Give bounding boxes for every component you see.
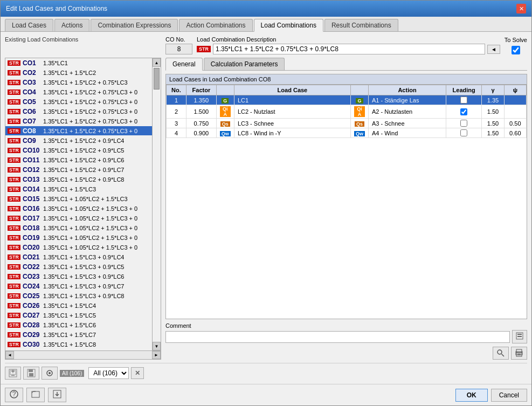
list-item[interactable]: STR CO5 1.35*LC1 + 1.5*LC2 + 0.75*LC3 + …: [5, 97, 152, 107]
list-item[interactable]: STR CO20 1.35*LC1 + 1.05*LC2 + 1.5*LC3 +…: [5, 243, 152, 252]
to-solve-checkbox[interactable]: [512, 46, 520, 54]
svg-point-3: [498, 350, 502, 354]
item-name: CO7: [23, 118, 40, 125]
cell-psi: 0.50: [504, 119, 526, 128]
list-item[interactable]: STR CO9 1.35*LC1 + 1.5*LC2 + 0.9*LC4: [5, 136, 152, 146]
list-item[interactable]: STR CO11 1.35*LC1 + 1.5*LC2 + 0.9*LC6: [5, 155, 152, 165]
co-no-input[interactable]: [165, 44, 192, 54]
browse-icon: [516, 332, 523, 340]
close-button[interactable]: ✕: [516, 4, 526, 13]
leading-checkbox[interactable]: [460, 108, 467, 115]
tab-actions[interactable]: Actions: [54, 19, 89, 31]
cell-lc-badge: Qi A: [216, 105, 234, 119]
table-row[interactable]: 4 0.900 Qw LC8 - Wind in -Y Qw A4 - Wind…: [167, 128, 527, 138]
list-item[interactable]: STR CO7 1.35*LC1 + 1.5*LC2 + 0.75*LC3 + …: [5, 116, 152, 126]
scroll-right-button[interactable]: ►: [152, 351, 161, 359]
item-name: CO23: [23, 273, 40, 280]
scroll-up-button[interactable]: ▲: [153, 58, 161, 67]
str-badge: STR: [8, 60, 20, 66]
leading-checkbox[interactable]: [460, 97, 467, 104]
list-item[interactable]: STR CO28 1.35*LC1 + 1.5*LC6: [5, 320, 152, 330]
cancel-button[interactable]: Cancel: [491, 389, 527, 402]
list-item[interactable]: STR CO24 1.35*LC1 + 1.5*LC3 + 0.9*LC7: [5, 281, 152, 291]
open-icon: [31, 390, 40, 398]
export-button[interactable]: [48, 388, 66, 402]
list-item[interactable]: STR CO12 1.35*LC1 + 1.5*LC2 + 0.9*LC7: [5, 165, 152, 175]
str-badge: STR: [8, 216, 20, 221]
open-button[interactable]: [26, 388, 45, 402]
tab-load-combinations[interactable]: Load Combinations: [254, 19, 323, 32]
cell-factor: 0.750: [186, 119, 216, 128]
list-item[interactable]: STR CO18 1.35*LC1 + 1.05*LC2 + 1.5*LC3 +…: [5, 223, 152, 233]
list-item[interactable]: STR CO14 1.35*LC1 + 1.5*LC3: [5, 184, 152, 194]
cell-lc: LC3 - Schnee: [234, 119, 350, 128]
scroll-thumb[interactable]: [154, 68, 160, 90]
ok-button[interactable]: OK: [455, 389, 488, 402]
list-item[interactable]: STR CO16 1.35*LC1 + 1.05*LC2 + 1.5*LC3 +…: [5, 204, 152, 214]
help-button[interactable]: ?: [5, 388, 23, 402]
table-row[interactable]: 1 1.350 G LC1 G A1 - Ständige Las 1.35: [167, 95, 527, 105]
add-button[interactable]: +: [5, 367, 21, 380]
list-item-selected[interactable]: STR CO8 1.35*LC1 + 1.5*LC2 + 0.75*LC3 + …: [5, 126, 152, 136]
list-item[interactable]: STR CO21 1.35*LC1 + 1.5*LC3 + 0.9*LC4: [5, 252, 152, 262]
search-button[interactable]: [493, 347, 509, 360]
lc-badge-g: G: [222, 98, 229, 104]
list-item[interactable]: STR CO19 1.35*LC1 + 1.05*LC2 + 1.5*LC3 +…: [5, 233, 152, 243]
item-desc: 1.35*LC1 + 1.05*LC2 + 1.5*LC3 + 0: [43, 235, 137, 241]
leading-checkbox[interactable]: [460, 120, 467, 127]
comment-input[interactable]: [165, 331, 510, 343]
horizontal-scrollbar[interactable]: ◄ ►: [5, 351, 161, 360]
save-button[interactable]: [23, 367, 39, 380]
list-item[interactable]: STR CO4 1.35*LC1 + 1.5*LC2 + 0.75*LC3 + …: [5, 87, 152, 97]
clear-button[interactable]: ✕: [131, 367, 144, 379]
tab-action-combinations[interactable]: Action Combinations: [179, 19, 252, 31]
item-name: CO15: [23, 195, 40, 203]
print-button[interactable]: [511, 347, 527, 360]
list-item[interactable]: STR CO6 1.35*LC1 + 1.5*LC2 + 0.75*LC3 + …: [5, 107, 152, 116]
tab-load-cases[interactable]: Load Cases: [5, 19, 53, 31]
table-row[interactable]: 3 0.750 Qs LC3 - Schnee Qs A3 - Schnee 1…: [167, 119, 527, 128]
list-item[interactable]: STR CO3 1.35*LC1 + 1.5*LC2 + 0.75*LC3: [5, 78, 152, 87]
cell-action: A4 - Wind: [369, 128, 446, 138]
co-table-title: Load Cases in Load Combination CO8: [166, 74, 527, 85]
tab-calculation-parameters[interactable]: Calculation Parameters: [204, 58, 285, 70]
filter-select[interactable]: All (106): [88, 367, 129, 379]
list-item[interactable]: STR CO22 1.35*LC1 + 1.5*LC3 + 0.9*LC5: [5, 262, 152, 272]
str-badge: STR: [8, 70, 20, 75]
desc-input[interactable]: [213, 44, 485, 54]
list-item[interactable]: STR CO15 1.35*LC1 + 1.05*LC2 + 1.5*LC3: [5, 194, 152, 204]
existing-combinations-list: STR CO1 1.35*LC1 STR CO2 1.35*LC1 + 1.5*…: [5, 58, 161, 351]
list-item[interactable]: STR CO30 1.35*LC1 + 1.5*LC8: [5, 340, 152, 349]
list-item[interactable]: STR CO10 1.35*LC1 + 1.5*LC2 + 0.9*LC5: [5, 146, 152, 155]
cell-leading: [446, 128, 482, 138]
scroll-left-button[interactable]: ◄: [5, 351, 14, 359]
list-item[interactable]: STR CO17 1.35*LC1 + 1.05*LC2 + 1.5*LC3 +…: [5, 214, 152, 223]
list-item[interactable]: STR CO27 1.35*LC1 + 1.5*LC5: [5, 311, 152, 320]
tab-general[interactable]: General: [165, 58, 203, 71]
item-name: CO5: [23, 98, 40, 106]
list-scroll-area[interactable]: STR CO1 1.35*LC1 STR CO2 1.35*LC1 + 1.5*…: [5, 58, 152, 350]
tab-combination-expressions[interactable]: Combination Expressions: [91, 19, 178, 31]
list-scrollbar[interactable]: ▲ ▼: [152, 58, 161, 350]
desc-arrow-button[interactable]: ◄: [487, 45, 500, 54]
list-item[interactable]: STR CO29 1.35*LC1 + 1.5*LC7: [5, 330, 152, 340]
str-badge: STR: [8, 342, 20, 347]
table-row[interactable]: 2 1.500 Qi A LC2 - Nutzlast Qi A A2 - Nu…: [167, 105, 527, 119]
svg-rect-1: [517, 334, 522, 335]
list-item[interactable]: STR CO23 1.35*LC1 + 1.5*LC3 + 0.9*LC6: [5, 272, 152, 281]
cell-gamma: 1.50: [482, 128, 504, 138]
list-item[interactable]: STR CO13 1.35*LC1 + 1.5*LC2 + 0.9*LC8: [5, 175, 152, 184]
leading-checkbox[interactable]: [460, 129, 467, 136]
list-item[interactable]: STR CO2 1.35*LC1 + 1.5*LC2: [5, 68, 152, 78]
comment-label: Comment: [165, 322, 527, 329]
cell-no: 3: [167, 119, 186, 128]
list-item[interactable]: STR CO1 1.35*LC1: [5, 58, 152, 68]
settings-button[interactable]: [42, 367, 58, 380]
table-wrapper: No. Factor Load Case Action Leading γ ψ: [166, 85, 527, 319]
list-item[interactable]: STR CO26 1.35*LC1 + 1.5*LC4: [5, 301, 152, 311]
list-item[interactable]: STR CO25 1.35*LC1 + 1.5*LC3 + 0.9*LC8: [5, 291, 152, 301]
comment-browse-button[interactable]: [512, 330, 527, 343]
scroll-down-button[interactable]: ▼: [153, 342, 161, 350]
str-badge: STR: [8, 332, 20, 338]
tab-result-combinations[interactable]: Result Combinations: [324, 19, 398, 31]
